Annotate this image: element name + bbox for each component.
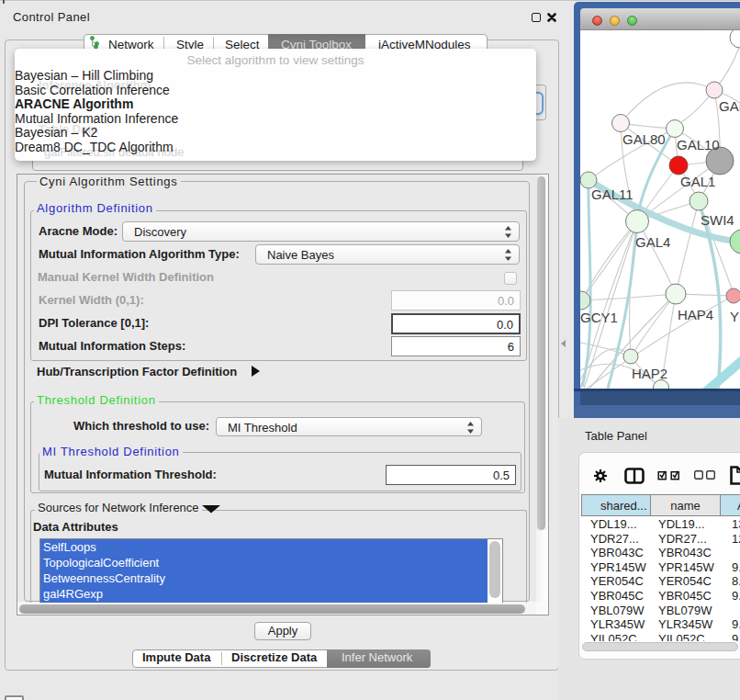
svg-text:SWI4: SWI4 [701,212,734,228]
svg-text:GAL10: GAL10 [677,137,720,152]
svg-text:GCY1: GCY1 [580,310,618,325]
svg-text:GAL4: GAL4 [635,234,670,250]
svg-text:HAP4: HAP4 [678,307,713,322]
svg-text:Y: Y [730,309,739,324]
svg-text:GAL1: GAL1 [680,174,715,189]
svg-text:GAL80: GAL80 [622,131,666,147]
svg-text:GAL7: GAL7 [719,98,740,114]
svg-text:GAL11: GAL11 [591,186,633,202]
svg-text:HAP2: HAP2 [632,366,667,381]
